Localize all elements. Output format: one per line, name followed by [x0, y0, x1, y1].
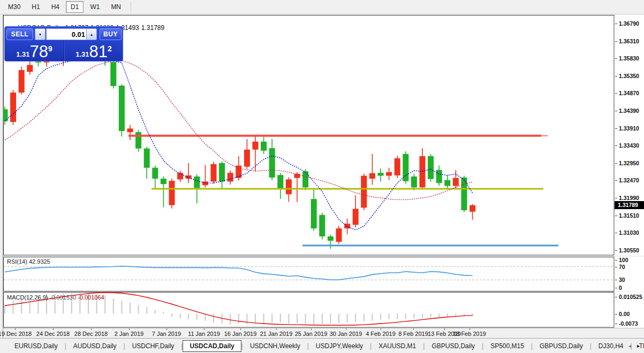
macd-bar: [146, 307, 147, 314]
timeframe-button-mn[interactable]: MN: [106, 1, 126, 13]
volume-input[interactable]: [46, 28, 88, 40]
candle-body: [269, 148, 275, 178]
price-axis-tick: [615, 145, 617, 146]
macd-bar: [255, 314, 256, 323]
indicator-axis-label: 100: [619, 257, 628, 263]
time-axis-label: 19 Dec 2018: [0, 331, 32, 337]
buy-price[interactable]: 1.31812: [65, 41, 123, 61]
macd-bar: [163, 312, 164, 314]
indicator-axis-tick: [615, 280, 617, 280]
chart-tab-sp500-m15[interactable]: SP500,M15: [483, 340, 531, 352]
indicator-axis-tick: [615, 288, 617, 288]
candle-body: [110, 62, 116, 86]
time-axis-label: 24 Dec 2018: [36, 331, 70, 337]
candle-body: [361, 176, 367, 208]
macd-bar: [263, 314, 264, 324]
chart-tab-usdcnh-weekly[interactable]: USDCNH,Weekly: [243, 340, 307, 352]
buy-button[interactable]: BUY: [100, 28, 122, 40]
macd-signal-value: -0.001064: [78, 294, 104, 301]
sell-price[interactable]: 1.31789: [5, 41, 63, 61]
price-axis-tick: [615, 216, 617, 216]
chart-tab-usdcad-daily[interactable]: USDCAD,Daily: [183, 340, 241, 352]
macd-bar: [430, 314, 431, 318]
timeframe-button-h1[interactable]: H1: [27, 1, 44, 13]
current-price-tag: 1.31789: [615, 201, 644, 209]
macd-bar: [138, 305, 139, 313]
time-axis-label: 28 Dec 2018: [74, 331, 108, 337]
chart-tab-gbpusd-daily[interactable]: GBPUSD,Daily: [425, 340, 482, 352]
time-axis-label: 25 Jan 2019: [295, 331, 328, 337]
volume-increase-button[interactable]: ▲: [86, 28, 97, 40]
price-axis[interactable]: 1.367901.363101.358301.353501.348701.343…: [614, 15, 644, 328]
divider: [64, 41, 64, 61]
timeframe-button-d1[interactable]: D1: [66, 1, 84, 13]
indicator-axis-tick: [615, 297, 617, 297]
macd-bar: [171, 314, 172, 317]
time-axis-label: 8 Feb 2019: [398, 331, 428, 337]
candle-body: [302, 171, 308, 187]
price-axis-tick: [615, 180, 617, 181]
candle-body: [194, 176, 200, 188]
price-axis-tick: [615, 58, 617, 59]
candle-body: [411, 176, 417, 187]
chart-tab-eurusd-daily[interactable]: EURUSD,Daily: [7, 340, 65, 352]
timeframe-button-w1[interactable]: W1: [85, 1, 104, 13]
time-axis-tick: [276, 328, 277, 330]
price-axis-label: 1.31990: [619, 195, 639, 201]
chart-tab-dj30-h4[interactable]: DJ30,H4: [592, 340, 631, 352]
time-axis-tick: [469, 328, 470, 330]
macd-bar: [405, 314, 406, 319]
macd-bar: [355, 314, 356, 323]
candle-body: [19, 70, 25, 93]
chart-tab-xauusd-m1[interactable]: XAUUSD,M1: [372, 340, 423, 352]
macd-bar: [230, 314, 231, 325]
time-axis-label: 30 Jan 2019: [330, 331, 362, 337]
rsi-pane[interactable]: [3, 257, 615, 291]
toolbar-separator: [131, 2, 131, 12]
chart-tab-bar: EURUSD,Daily|AUDUSD,Daily|USDCHF,Daily|U…: [0, 338, 644, 353]
candle-body: [127, 128, 133, 132]
chart-tab-audusd-daily[interactable]: AUDUSD,Daily: [66, 340, 124, 352]
time-axis-label: 21 Jan 2019: [260, 331, 293, 337]
macd-bar: [180, 314, 181, 318]
sell-button[interactable]: SELL: [6, 28, 33, 40]
macd-bar: [204, 314, 206, 321]
price-axis-label: 1.33910: [619, 125, 639, 132]
chart-tab-usdchf-daily[interactable]: USDCHF,Daily: [125, 340, 181, 352]
indicator-axis-tick: [615, 324, 617, 324]
candle-body: [277, 175, 283, 189]
indicator-axis-label: 30: [619, 277, 625, 283]
candle-body: [228, 173, 233, 181]
price-axis-tick: [615, 24, 617, 24]
down-arrow-icon: ▼: [39, 33, 42, 36]
price-axis-label: 1.36790: [619, 20, 639, 27]
tab-scroll-left-icon[interactable]: ◂: [628, 343, 631, 349]
candle-body: [10, 93, 16, 122]
price-axis-tick: [615, 163, 617, 164]
time-axis-tick: [91, 328, 92, 330]
candle-body: [253, 142, 259, 150]
time-axis-label: 18 Feb 2019: [453, 331, 486, 337]
macd-bar: [372, 314, 373, 321]
volume-decrease-button[interactable]: ▼: [35, 28, 46, 40]
candle-body: [261, 142, 267, 151]
time-axis-tick: [15, 328, 16, 330]
price-axis-tick: [615, 76, 617, 76]
chart-tab-gbpusd-daily[interactable]: GBPUSD,Daily: [533, 340, 590, 352]
candle-body: [428, 156, 434, 179]
buy-price-prefix: 1.31: [75, 50, 89, 61]
candle-body: [152, 168, 158, 179]
timeframe-button-m30[interactable]: M30: [3, 1, 25, 13]
macd-bar: [438, 314, 440, 318]
price-axis-tick: [615, 111, 617, 111]
timeframe-button-h4[interactable]: H4: [47, 1, 64, 13]
chart-tab-usdjpy-weekly[interactable]: USDJPY,Weekly: [309, 340, 370, 352]
price-axis-label: 1.35830: [619, 55, 639, 62]
macd-bar: [280, 314, 281, 323]
macd-bar: [422, 314, 423, 318]
time-axis[interactable]: 19 Dec 201824 Dec 201828 Dec 20182 Jan 2…: [3, 328, 644, 339]
candle-body: [135, 132, 141, 149]
time-axis-label: 16 Jan 2019: [224, 331, 257, 337]
price-axis-label: 1.33430: [619, 142, 639, 149]
tab-scroll-right-icon[interactable]: ▸: [637, 343, 640, 349]
